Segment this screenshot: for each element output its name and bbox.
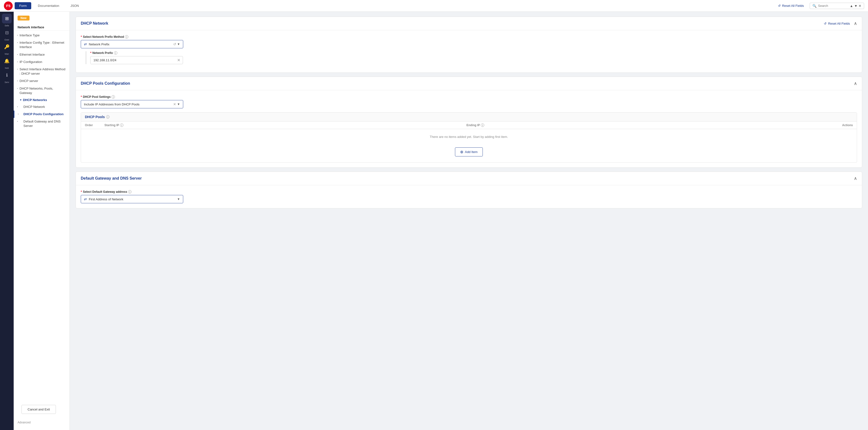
- select-arrow-icon: ▼: [177, 42, 180, 46]
- default-gateway-section: Default Gateway and DNS Server ∧ * Selec…: [75, 172, 862, 208]
- plus-icon: ⊕: [460, 150, 463, 154]
- default-gateway-header: Default Gateway and DNS Server ∧: [76, 172, 862, 185]
- network-prefix-info-icon[interactable]: i: [114, 51, 117, 55]
- pools-box-info-icon[interactable]: i: [106, 115, 110, 119]
- dhcp-pools-body: * DHCP Pool Settings i Include IP Addres…: [76, 90, 862, 167]
- select-network-prefix-label: * Select Network Prefix Method i: [81, 35, 857, 38]
- pools-box-header: DHCP Pools i: [81, 113, 857, 122]
- dhcp-network-section: DHCP Network ↺ Reset All Fields ∧ * Sele…: [75, 17, 862, 73]
- clear-network-prefix-icon[interactable]: ✕: [175, 58, 183, 62]
- sidebar-item-select-interface-address[interactable]: Select Interface Address Method : DHCP s…: [14, 66, 69, 78]
- starting-ip-info-icon[interactable]: i: [120, 123, 123, 127]
- sidebar-item-dhcp-server[interactable]: DHCP server: [14, 78, 69, 85]
- pools-box-title: DHCP Pools i: [85, 115, 110, 119]
- add-item-row: ⊕ Add Item: [81, 145, 857, 162]
- reset-all-fields-button[interactable]: ↺ Reset All Fields: [778, 4, 804, 7]
- default-gateway-info-icon[interactable]: i: [128, 190, 131, 193]
- overview-icon: ⊟: [5, 30, 9, 35]
- left-nav: ⊞ Sele ⊟ Over 🔑 Man 🔔 Noti ℹ Serv: [0, 12, 14, 430]
- search-input[interactable]: [818, 4, 847, 7]
- f5-logo: F5: [4, 1, 13, 10]
- gateway-collapse-button[interactable]: ∧: [854, 176, 857, 181]
- gateway-arrow-icon: ▼: [177, 197, 180, 201]
- new-badge: New: [18, 16, 30, 21]
- add-item-button[interactable]: ⊕ Add Item: [455, 147, 483, 156]
- col-header-ending-ip: Ending IP i: [466, 123, 829, 127]
- table-header-row: Order Starting IP i Ending IP i Actions: [81, 122, 857, 129]
- search-box: 🔍 ▲ ▼ ✕: [810, 3, 864, 9]
- default-gateway-title: Default Gateway and DNS Server: [81, 176, 142, 181]
- dhcp-network-header: DHCP Network ↺ Reset All Fields ∧: [76, 17, 862, 30]
- pool-settings-arrow-icon: ▼: [177, 102, 180, 106]
- network-prefix-input-wrapper: ✕: [90, 56, 183, 64]
- network-prefix-indent: * Network Prefix i ✕: [86, 51, 857, 64]
- default-gateway-body: * Select Default Gateway address i ⇄ Fir…: [76, 185, 862, 208]
- left-nav-select[interactable]: ⊞: [2, 14, 12, 24]
- pool-settings-field: * DHCP Pool Settings i Include IP Addres…: [81, 95, 857, 109]
- sidebar-item-dhcp-networks-pools[interactable]: DHCP Networks, Pools, Gateway: [14, 85, 69, 97]
- network-prefix-field-label: * Network Prefix i: [90, 51, 857, 55]
- reset-icon: ↺: [778, 4, 781, 7]
- select-default-gateway-label: * Select Default Gateway address i: [81, 190, 857, 193]
- dhcp-pools-box: DHCP Pools i Order Starting IP i Ending …: [81, 112, 857, 162]
- collapse-icon: ▼: [20, 99, 22, 101]
- dhcp-network-body: * Select Network Prefix Method i ⇄ Netwo…: [76, 30, 862, 72]
- left-nav-notifications[interactable]: 🔔: [2, 56, 12, 66]
- bell-icon: 🔔: [4, 58, 9, 64]
- manage-icon: 🔑: [4, 44, 9, 50]
- reset-section-icon: ↺: [824, 22, 827, 25]
- tab-form[interactable]: Form: [14, 2, 31, 9]
- cancel-and-exit-button[interactable]: Cancel and Exit: [22, 405, 56, 414]
- pool-settings-info-icon[interactable]: i: [112, 95, 115, 99]
- left-nav-service-label: Serv: [5, 81, 9, 84]
- topbar: F5 Form Documentation JSON ↺ Reset All F…: [0, 0, 868, 12]
- pool-settings-clear-icon[interactable]: ✕: [173, 102, 176, 106]
- tab-documentation[interactable]: Documentation: [33, 2, 64, 9]
- select-reset-icon[interactable]: ↺: [173, 42, 176, 46]
- sidebar-item-dhcp-network[interactable]: DHCP Network: [14, 103, 69, 111]
- info-nav-icon: ℹ: [6, 72, 8, 78]
- left-nav-select-label: Sele: [5, 24, 9, 27]
- left-nav-service[interactable]: ℹ: [2, 70, 12, 80]
- sidebar-item-ip-configuration[interactable]: IP Configuration: [14, 58, 69, 66]
- search-next-button[interactable]: ▼: [854, 4, 858, 8]
- left-nav-manage[interactable]: 🔑: [2, 42, 12, 52]
- reset-section-button[interactable]: ↺ Reset All Fields: [824, 22, 850, 25]
- sidebar-item-dhcp-pools-configuration[interactable]: DHCP Pools Configuration: [14, 111, 69, 118]
- sidebar-item-ethernet-interface[interactable]: Ethernet Interface: [14, 51, 69, 58]
- left-nav-notifications-label: Noti: [5, 67, 9, 69]
- sidebar-footer: Cancel and Exit: [14, 398, 69, 421]
- dhcp-pools-section: DHCP Pools Configuration ∧ * DHCP Pool S…: [75, 76, 862, 168]
- pool-settings-select[interactable]: Include IP Addresses from DHCP Pools ✕ ▼: [81, 100, 183, 109]
- select-network-prefix-field: * Select Network Prefix Method i ⇄ Netwo…: [81, 35, 857, 64]
- advanced-label: Advanced: [14, 421, 69, 426]
- select-prefix-icon: ⇄: [84, 42, 87, 46]
- search-prev-button[interactable]: ▲: [850, 4, 853, 8]
- search-navigation: ▲ ▼ ✕: [850, 4, 861, 8]
- search-icon: 🔍: [812, 4, 816, 8]
- dhcp-pools-title: DHCP Pools Configuration: [81, 81, 130, 86]
- sidebar-section-title: Network interface: [14, 24, 69, 31]
- network-prefix-input[interactable]: [91, 56, 175, 64]
- left-nav-overview-label: Over: [4, 38, 9, 41]
- network-prefix-method-select[interactable]: ⇄ Network Prefix ↺ ▼: [81, 40, 183, 48]
- ending-ip-info-icon[interactable]: i: [481, 123, 484, 127]
- dhcp-network-title: DHCP Network: [81, 21, 108, 26]
- search-close-button[interactable]: ✕: [859, 4, 861, 8]
- default-gateway-select[interactable]: ⇄ First Address of Network ▼: [81, 195, 183, 203]
- sidebar-dhcp-networks-parent: ▼ DHCP Networks: [14, 97, 69, 103]
- pools-collapse-button[interactable]: ∧: [854, 81, 857, 86]
- section-collapse-button[interactable]: ∧: [854, 21, 857, 26]
- tab-json[interactable]: JSON: [66, 2, 84, 9]
- sidebar-new-badge-row: New: [14, 16, 69, 24]
- pool-settings-label: * DHCP Pool Settings i: [81, 95, 857, 99]
- dhcp-pools-header: DHCP Pools Configuration ∧: [76, 77, 862, 90]
- gateway-select-icon: ⇄: [84, 197, 87, 201]
- left-nav-overview[interactable]: ⊟: [2, 28, 12, 38]
- sidebar-item-interface-config-type[interactable]: Interface Config Type : Ethernet Interfa…: [14, 39, 69, 51]
- col-header-starting-ip: Starting IP i: [104, 123, 466, 127]
- sidebar-item-interface-type[interactable]: Interface Type: [14, 32, 69, 39]
- col-header-actions: Actions: [829, 123, 853, 127]
- sidebar-item-default-gateway[interactable]: Default Gateway and DNS Server: [14, 118, 69, 130]
- select-network-prefix-info-icon[interactable]: i: [125, 35, 128, 38]
